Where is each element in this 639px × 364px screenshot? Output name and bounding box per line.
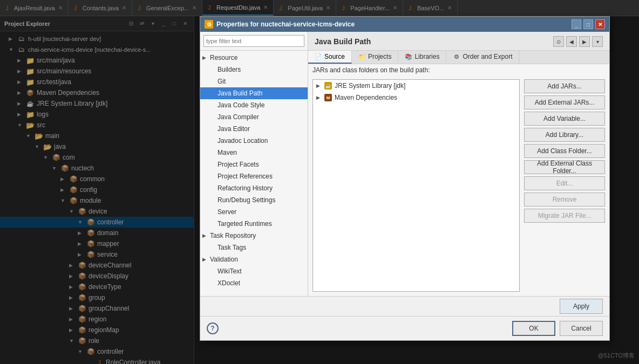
- source-tab-icon: 📄: [315, 53, 322, 60]
- add-class-folder-btn[interactable]: Add Class Folder...: [524, 144, 605, 158]
- props-label-xdoc: XDoclet: [217, 279, 240, 287]
- props-arrow-resource: ▶: [202, 55, 210, 60]
- props-tree: ▶ Resource Builders Git: [200, 51, 308, 296]
- dialog-title: Properties for nuctechai-service-icms-de…: [216, 20, 355, 28]
- projects-tab-icon: 📁: [358, 53, 366, 60]
- maven-jar-icon: M: [324, 93, 332, 102]
- props-item-java-editor[interactable]: Java Editor: [200, 123, 308, 135]
- help-btn[interactable]: ?: [207, 322, 219, 334]
- jars-description: JARs and class folders on the build path…: [312, 66, 430, 74]
- props-item-resource[interactable]: ▶ Resource: [200, 52, 308, 64]
- dialog-right-header: Java Build Path ⊙ ◀ ▶ ▾: [308, 32, 609, 51]
- libraries-tab-icon: 📚: [405, 53, 412, 60]
- apply-bar: Apply: [200, 296, 609, 316]
- props-label-val: Validation: [210, 256, 238, 263]
- action-buttons-panel: Add JARs... Add External JARs... Add Var…: [524, 79, 605, 292]
- props-label-tr: Targeted Runtimes: [217, 220, 272, 228]
- props-label-git: Git: [217, 78, 226, 85]
- props-item-java-build-path[interactable]: Java Build Path: [200, 87, 308, 99]
- dialog-titlebar: ⚙ Properties for nuctechai-service-icms-…: [200, 17, 609, 32]
- props-item-builders[interactable]: Builders: [200, 64, 308, 75]
- props-label-pr: Project References: [217, 173, 273, 180]
- add-external-jars-btn[interactable]: Add External JARs...: [524, 95, 605, 109]
- tab-source[interactable]: 📄 Source: [308, 51, 352, 64]
- jar-list: ▶ ☕ JRE System Library [jdk] ▶ M: [312, 79, 520, 292]
- jar-arrow-maven: ▶: [316, 95, 324, 100]
- order-tab-icon: ⚙: [453, 53, 460, 60]
- props-item-run-debug[interactable]: Run/Debug Settings: [200, 194, 308, 206]
- props-item-wikitext[interactable]: WikiText: [200, 265, 308, 277]
- props-label-resource: Resource: [210, 54, 237, 61]
- dialog-action-buttons: OK Cancel: [512, 321, 603, 336]
- props-label-taskrepo: Task Repository: [210, 232, 256, 239]
- nav-prev-btn[interactable]: ◀: [566, 36, 577, 47]
- nav-next-btn[interactable]: ▶: [579, 36, 590, 47]
- props-item-java-code-style[interactable]: Java Code Style: [200, 99, 308, 111]
- props-item-xdoclet[interactable]: XDoclet: [200, 277, 308, 289]
- apply-btn[interactable]: Apply: [560, 299, 603, 314]
- tab-order-export[interactable]: ⚙ Order and Export: [446, 51, 519, 64]
- props-label-jcs: Java Code Style: [217, 101, 264, 109]
- props-item-validation[interactable]: ▶ Validation: [200, 253, 308, 265]
- dialog-close-btn[interactable]: ✕: [595, 19, 605, 29]
- props-label-rd: Run/Debug Settings: [217, 196, 275, 204]
- props-label-server: Server: [217, 208, 236, 216]
- tab-libraries-label: Libraries: [414, 53, 439, 60]
- properties-dialog: ⚙ Properties for nuctechai-service-icms-…: [200, 16, 610, 341]
- edit-btn[interactable]: Edit...: [524, 176, 605, 190]
- props-item-task-tags[interactable]: Task Tags: [200, 242, 308, 253]
- dialog-maximize-btn[interactable]: □: [583, 19, 593, 29]
- props-arrow-taskrepo: ▶: [202, 233, 210, 238]
- add-library-btn[interactable]: Add Library...: [524, 128, 605, 142]
- migrate-jar-btn[interactable]: Migrate JAR File...: [524, 209, 605, 223]
- nav-dropdown-btn[interactable]: ▾: [592, 36, 603, 47]
- props-item-maven[interactable]: Maven: [200, 147, 308, 159]
- props-item-project-references[interactable]: Project References: [200, 170, 308, 182]
- props-label-rh: Refactoring History: [217, 184, 273, 192]
- filter-input[interactable]: [203, 35, 304, 47]
- props-item-git[interactable]: Git: [200, 75, 308, 87]
- props-item-refactoring[interactable]: Refactoring History: [200, 182, 308, 194]
- jars-description-container: JARs and class folders on the build path…: [308, 64, 609, 75]
- dialog-right-panel: Java Build Path ⊙ ◀ ▶ ▾ 📄 Source 📁 Proje…: [308, 32, 609, 296]
- jre-jar-icon: ☕: [324, 81, 332, 90]
- dialog-bottom-bar: ? OK Cancel: [200, 316, 609, 340]
- cancel-btn[interactable]: Cancel: [560, 321, 603, 336]
- dialog-title-icon: ⚙: [205, 20, 213, 29]
- props-label-je: Java Editor: [217, 125, 250, 133]
- dialog-minimize-btn[interactable]: _: [572, 19, 581, 29]
- tab-libraries[interactable]: 📚 Libraries: [398, 51, 446, 64]
- filter-box: [200, 32, 308, 51]
- jar-item-maven[interactable]: ▶ M Maven Dependencies: [313, 92, 519, 104]
- tab-projects[interactable]: 📁 Projects: [352, 51, 398, 64]
- remove-btn[interactable]: Remove: [524, 193, 605, 207]
- props-label-maven: Maven: [217, 149, 237, 156]
- props-label-pf: Project Facets: [217, 161, 259, 168]
- dialog-right-title: Java Build Path: [315, 37, 371, 46]
- props-item-java-compiler[interactable]: Java Compiler: [200, 111, 308, 123]
- props-arrow-val: ▶: [202, 257, 210, 262]
- jar-list-container: ▶ ☕ JRE System Library [jdk] ▶ M: [312, 79, 520, 292]
- jar-item-jre[interactable]: ▶ ☕ JRE System Library [jdk]: [313, 80, 519, 92]
- props-item-server[interactable]: Server: [200, 206, 308, 218]
- add-jars-btn[interactable]: Add JARs...: [524, 79, 605, 93]
- dialog-left-panel: ▶ Resource Builders Git: [200, 32, 308, 296]
- right-tab-bar: 📄 Source 📁 Projects 📚 Libraries ⚙ Order …: [308, 51, 609, 64]
- props-item-project-facets[interactable]: Project Facets: [200, 159, 308, 170]
- nav-back-btn[interactable]: ⊙: [553, 36, 564, 47]
- props-label-builders: Builders: [217, 66, 241, 73]
- props-item-targeted-runtimes[interactable]: Targeted Runtimes: [200, 218, 308, 230]
- props-label-jdoc: Javadoc Location: [217, 137, 268, 145]
- right-content-area: ▶ ☕ JRE System Library [jdk] ▶ M: [308, 75, 609, 296]
- tab-order-label: Order and Export: [463, 53, 512, 60]
- add-variable-btn[interactable]: Add Variable...: [524, 112, 605, 126]
- props-item-javadoc[interactable]: Javadoc Location: [200, 135, 308, 147]
- props-label-wiki: WikiText: [217, 267, 242, 275]
- tab-source-label: Source: [324, 53, 345, 60]
- props-label-jbp: Java Build Path: [217, 90, 262, 97]
- add-external-class-folder-btn[interactable]: Add External Class Folder...: [524, 160, 605, 174]
- props-label-jc: Java Compiler: [217, 113, 259, 121]
- props-item-task-repository[interactable]: ▶ Task Repository: [200, 230, 308, 242]
- props-label-tt: Task Tags: [217, 244, 246, 251]
- ok-btn[interactable]: OK: [512, 321, 555, 336]
